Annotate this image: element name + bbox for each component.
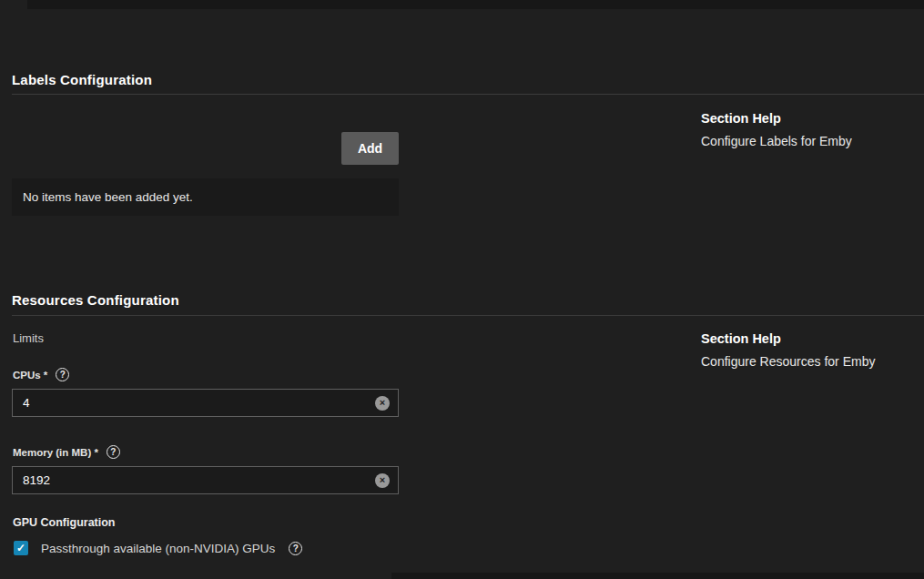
bottom-edge-strip [391, 573, 924, 579]
memory-input-wrap: × [12, 466, 399, 494]
limits-label: Limits [13, 331, 44, 345]
labels-section-title: Labels Configuration [12, 72, 152, 87]
resources-help-title: Section Help [701, 331, 781, 346]
cpus-clear-icon[interactable]: × [375, 396, 390, 411]
cpus-input-wrap: × [12, 389, 399, 417]
memory-field-label: Memory (in MB) * [13, 447, 98, 458]
cpus-field-label: CPUs * [13, 370, 47, 381]
gpu-passthrough-label: Passthrough available (non-NVIDIA) GPUs [36, 542, 280, 555]
labels-empty-message: No items have been added yet. [23, 190, 193, 204]
gpu-configuration-label: GPU Configuration [13, 516, 116, 529]
labels-section-divider [12, 94, 924, 95]
labels-help-title: Section Help [701, 111, 781, 126]
add-label-button[interactable]: Add [341, 132, 399, 165]
memory-input[interactable] [13, 467, 375, 493]
gpu-passthrough-help-icon[interactable]: ? [289, 542, 302, 555]
cpus-help-icon[interactable]: ? [56, 368, 69, 381]
app-config-form: Labels Configuration Add No items have b… [0, 0, 924, 579]
resources-help-text: Configure Resources for Emby [701, 354, 875, 369]
resources-section-divider [12, 315, 924, 316]
memory-field-label-row: Memory (in MB) * ? [13, 445, 120, 459]
resources-section-title: Resources Configuration [12, 292, 179, 308]
memory-help-icon[interactable]: ? [107, 445, 120, 459]
memory-clear-icon[interactable]: × [375, 473, 390, 488]
gpu-passthrough-checkbox[interactable]: ✓ [14, 541, 28, 555]
cpus-input[interactable] [13, 390, 375, 416]
cpus-field-label-row: CPUs * ? [13, 368, 69, 381]
labels-help-text: Configure Labels for Emby [701, 134, 852, 148]
labels-empty-state: No items have been added yet. [12, 178, 399, 216]
top-edge-strip [27, 0, 924, 9]
gpu-passthrough-row: ✓ Passthrough available (non-NVIDIA) GPU… [14, 541, 302, 555]
